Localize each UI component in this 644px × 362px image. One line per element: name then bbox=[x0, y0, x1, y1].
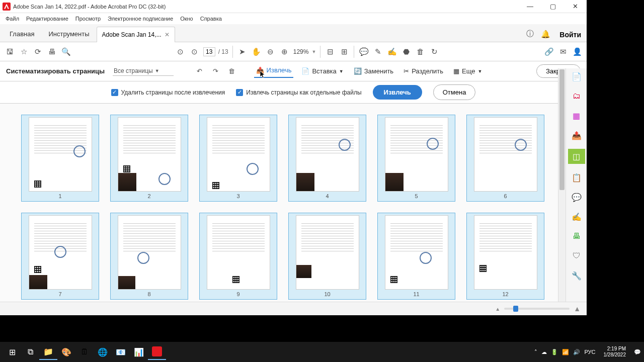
minimize-button[interactable]: — bbox=[519, 0, 541, 13]
rotate-left-icon[interactable]: ↶ bbox=[195, 66, 205, 76]
sign-icon[interactable]: ✍ bbox=[386, 46, 397, 57]
sidebar-export-icon[interactable]: 📤 bbox=[571, 129, 583, 141]
task-view-icon[interactable]: ⧉ bbox=[21, 344, 39, 360]
sidebar-compress-icon[interactable]: 📋 bbox=[571, 171, 583, 184]
zoom-level[interactable]: 129% bbox=[293, 48, 309, 55]
star-icon[interactable]: ☆ bbox=[18, 46, 29, 57]
zoom-slider[interactable] bbox=[504, 308, 570, 310]
page-thumbnail[interactable]: 6 bbox=[466, 115, 544, 202]
page-up-icon[interactable]: ⊙ bbox=[175, 46, 186, 57]
page-number-input[interactable] bbox=[203, 47, 215, 56]
sidebar-tools-icon[interactable]: 🔧 bbox=[571, 269, 583, 282]
page-thumbnail[interactable]: 9 bbox=[199, 213, 277, 300]
tray-chevron-icon[interactable]: ˄ bbox=[534, 349, 537, 355]
page-thumbnail[interactable]: 4 bbox=[288, 115, 366, 202]
extract-button[interactable]: Извлечь bbox=[373, 85, 422, 100]
redo-icon[interactable]: ↻ bbox=[429, 46, 440, 57]
hand-icon[interactable]: ✋ bbox=[251, 46, 262, 57]
powerpoint-icon[interactable]: 📊 bbox=[130, 344, 148, 360]
insert-action[interactable]: 📄Вставка▼ bbox=[299, 65, 345, 77]
sidebar-protect-icon[interactable]: 🛡 bbox=[571, 250, 583, 262]
sidebar-scan-icon[interactable]: 🖶 bbox=[571, 230, 583, 242]
page-thumbnail[interactable]: 11 bbox=[377, 213, 455, 300]
stamp-icon[interactable]: ⬣ bbox=[400, 46, 412, 57]
acrobat-taskbar-icon[interactable] bbox=[148, 344, 166, 360]
close-tab-icon[interactable]: ✕ bbox=[165, 31, 170, 38]
tray-notification-icon[interactable]: 💬 bbox=[634, 349, 641, 355]
separate-files-checkbox[interactable]: ✓Извлечь страницы как отдельные файлы bbox=[236, 89, 361, 96]
cancel-button[interactable]: Отмена bbox=[433, 84, 476, 100]
menu-esign[interactable]: Электронное подписание bbox=[105, 15, 176, 23]
sidebar-create-icon[interactable]: 📄 bbox=[571, 70, 583, 82]
page-thumbnail[interactable]: 1 bbox=[21, 115, 99, 202]
trash-icon[interactable]: 🗑 bbox=[227, 66, 237, 76]
page-down-icon[interactable]: ⊙ bbox=[189, 46, 200, 57]
zoom-small-icon[interactable]: ▲ bbox=[495, 306, 500, 312]
menu-edit[interactable]: Редактирование bbox=[23, 15, 71, 23]
help-icon[interactable]: ⓘ bbox=[526, 29, 534, 39]
tray-cloud-icon[interactable]: ☁ bbox=[541, 349, 547, 355]
signin-button[interactable]: Войти bbox=[556, 31, 584, 42]
tab-home[interactable]: Главная bbox=[3, 26, 41, 42]
tab-document[interactable]: Adobe Scan Jan 14,... ✕ bbox=[97, 27, 175, 42]
replace-action[interactable]: 🔄Заменить bbox=[352, 65, 395, 77]
refresh-icon[interactable]: ⟳ bbox=[32, 46, 43, 57]
page-thumbnail[interactable]: 5 bbox=[377, 115, 455, 202]
zoom-out-icon[interactable]: ⊖ bbox=[265, 46, 276, 57]
mail-icon[interactable]: ✉ bbox=[557, 46, 569, 57]
maximize-button[interactable]: ▢ bbox=[541, 0, 564, 13]
delete-icon[interactable]: 🗑 bbox=[415, 46, 426, 57]
thumbnail-number: 4 bbox=[326, 193, 329, 199]
taskbar-clock[interactable]: 2:19 PM 1/28/2022 bbox=[600, 346, 630, 358]
page-thumbnail[interactable]: 3 bbox=[199, 115, 277, 202]
start-button[interactable]: ⊞ bbox=[3, 344, 21, 360]
zoom-in-icon[interactable]: ⊕ bbox=[279, 46, 290, 57]
sidebar-combine-icon[interactable]: 🗂 bbox=[571, 90, 583, 102]
split-action[interactable]: ✂Разделить bbox=[401, 65, 445, 77]
highlight-icon[interactable]: ✎ bbox=[372, 46, 383, 57]
profile-icon[interactable]: 👤 bbox=[572, 46, 583, 57]
vertical-scrollbar[interactable] bbox=[558, 68, 566, 302]
tray-lang[interactable]: РУС bbox=[584, 349, 595, 355]
save-icon[interactable]: 🖫 bbox=[4, 46, 15, 57]
bell-icon[interactable]: 🔔 bbox=[541, 30, 550, 39]
sidebar-comment-icon[interactable]: 💬 bbox=[571, 191, 583, 203]
page-filter-dropdown[interactable]: Все страницы▼ bbox=[113, 66, 174, 76]
zoom-large-icon[interactable]: ▲ bbox=[574, 305, 581, 313]
layout-icon[interactable]: ⊞ bbox=[339, 46, 350, 57]
app-icon-1[interactable]: 🎨 bbox=[57, 344, 75, 360]
print-icon[interactable]: 🖶 bbox=[46, 46, 57, 57]
more-action[interactable]: ▦Еще▼ bbox=[451, 65, 484, 77]
explorer-icon[interactable]: 📁 bbox=[39, 344, 57, 360]
sidebar-sign-icon[interactable]: ✍ bbox=[571, 211, 583, 223]
search-icon[interactable]: 🔍 bbox=[60, 46, 71, 57]
page-thumbnail[interactable]: 7 bbox=[21, 213, 99, 300]
page-thumbnail[interactable]: 8 bbox=[110, 213, 188, 300]
page-thumbnail[interactable]: 10 bbox=[288, 213, 366, 300]
menu-view[interactable]: Просмотр bbox=[72, 15, 104, 23]
pointer-icon[interactable]: ➤ bbox=[237, 46, 248, 57]
menu-file[interactable]: Файл bbox=[3, 15, 22, 23]
tab-tools[interactable]: Инструменты bbox=[41, 26, 96, 42]
tray-volume-icon[interactable]: 🔊 bbox=[573, 349, 580, 355]
tray-wifi-icon[interactable]: 📶 bbox=[562, 349, 569, 355]
close-button[interactable]: ✕ bbox=[564, 0, 587, 13]
zoom-dropdown-icon[interactable]: ▼ bbox=[311, 49, 316, 54]
page-thumbnail[interactable]: 2 bbox=[110, 115, 188, 202]
menu-help[interactable]: Справка bbox=[197, 15, 225, 23]
tray-battery-icon[interactable]: 🔋 bbox=[551, 349, 558, 355]
delete-after-checkbox[interactable]: ✓Удалить страницы после извлечения bbox=[111, 89, 225, 96]
sidebar-organize-icon[interactable]: ◫ bbox=[568, 149, 585, 164]
fit-icon[interactable]: ⊟ bbox=[325, 46, 336, 57]
mail-taskbar-icon[interactable]: 📧 bbox=[112, 344, 130, 360]
link-icon[interactable]: 🔗 bbox=[543, 46, 554, 57]
chrome-icon[interactable]: 🌐 bbox=[94, 344, 112, 360]
sidebar-edit-icon[interactable]: ▦ bbox=[571, 110, 583, 122]
extract-action[interactable]: 📤Извлечь bbox=[254, 64, 294, 78]
thumbnail-number: 11 bbox=[413, 291, 419, 297]
comment-icon[interactable]: 💬 bbox=[358, 46, 369, 57]
menu-window[interactable]: Окно bbox=[177, 15, 196, 23]
app-icon-2[interactable]: 🗓 bbox=[75, 344, 94, 360]
page-thumbnail[interactable]: 12 bbox=[466, 213, 544, 300]
rotate-right-icon[interactable]: ↷ bbox=[211, 66, 221, 76]
